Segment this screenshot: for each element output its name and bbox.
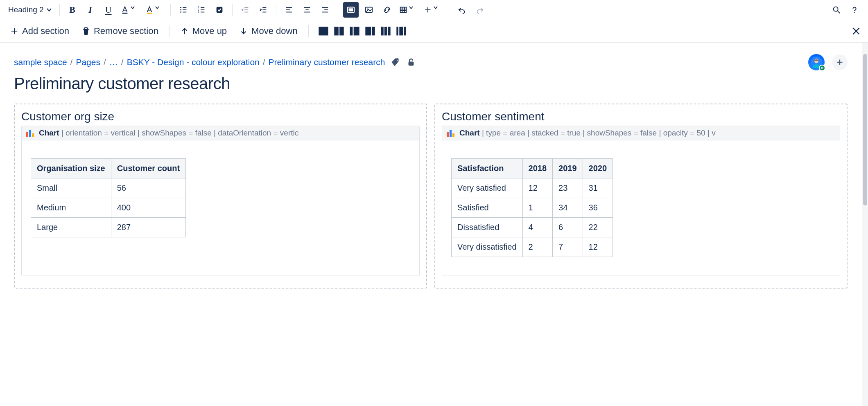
- separator: [170, 4, 171, 16]
- insert-more-button[interactable]: [422, 4, 444, 16]
- link-button[interactable]: [379, 2, 395, 18]
- header-right: R: [808, 54, 848, 70]
- breadcrumb: sample space / Pages / … / BSKY - Design…: [14, 57, 416, 67]
- table-header[interactable]: 2020: [583, 159, 613, 178]
- table-row[interactable]: Dissatisfied4622: [452, 218, 613, 237]
- text-style-dropdown[interactable]: Heading 2: [6, 4, 54, 16]
- table-button[interactable]: [397, 4, 419, 16]
- svg-rect-53: [365, 27, 371, 35]
- align-left-button[interactable]: [281, 2, 297, 18]
- find-button[interactable]: [829, 2, 844, 18]
- svg-rect-70: [29, 130, 31, 137]
- table-header[interactable]: 2018: [522, 159, 553, 178]
- panel-org-size[interactable]: Customer org size Chart | orientation = …: [14, 104, 427, 289]
- sentiment-table[interactable]: Satisfaction 2018 2019 2020 Very satisfi…: [451, 158, 613, 257]
- org-size-table[interactable]: Organisation size Customer count Small56…: [31, 158, 186, 237]
- italic-button[interactable]: I: [83, 2, 98, 18]
- chart-macro-header[interactable]: Chart | orientation = vertical | showSha…: [21, 126, 420, 140]
- panel-sentiment[interactable]: Customer sentiment Chart | type = area |…: [434, 104, 848, 289]
- section-columns: Customer org size Chart | orientation = …: [0, 104, 861, 305]
- layout-2col-left-button[interactable]: [349, 26, 360, 36]
- layout-3col-sidebars-button[interactable]: [396, 26, 407, 36]
- svg-rect-73: [450, 130, 452, 137]
- svg-rect-69: [26, 132, 28, 137]
- separator: [232, 4, 233, 16]
- outdent-button[interactable]: [237, 2, 253, 18]
- svg-rect-50: [339, 27, 344, 35]
- arrow-down-icon: [239, 27, 248, 36]
- svg-rect-48: [319, 27, 328, 35]
- svg-rect-64: [409, 62, 414, 65]
- close-icon: [851, 26, 861, 36]
- underline-button[interactable]: U: [101, 2, 116, 18]
- chart-macro-header[interactable]: Chart | type = area | stacked = true | s…: [442, 126, 840, 140]
- table-row[interactable]: Large287: [31, 218, 186, 237]
- svg-rect-59: [399, 27, 403, 35]
- task-list-button[interactable]: [212, 2, 227, 18]
- breadcrumb-link[interactable]: sample space: [14, 57, 67, 67]
- redo-button[interactable]: [472, 2, 488, 18]
- user-avatar[interactable]: R: [808, 54, 825, 70]
- help-button[interactable]: [847, 2, 862, 18]
- undo-button[interactable]: [454, 2, 470, 18]
- bullet-list-button[interactable]: [176, 2, 191, 18]
- remove-section-label: Remove section: [94, 26, 158, 36]
- arrow-up-icon: [180, 27, 189, 36]
- plus-icon: [10, 27, 19, 36]
- layout-1col-button[interactable]: [318, 26, 329, 36]
- indent-button[interactable]: [255, 2, 271, 18]
- add-collaborator-button[interactable]: [832, 54, 848, 70]
- table-header[interactable]: Organisation size: [31, 159, 111, 178]
- table-header[interactable]: Satisfaction: [452, 159, 523, 178]
- chevron-down-icon: [409, 5, 418, 14]
- svg-rect-72: [447, 132, 449, 137]
- layout-2col-button[interactable]: [333, 26, 345, 36]
- align-right-button[interactable]: [317, 2, 333, 18]
- chart-icon: [446, 129, 455, 137]
- separator: [449, 4, 449, 16]
- macro-body[interactable]: Satisfaction 2018 2019 2020 Very satisfi…: [442, 140, 840, 275]
- move-down-label: Move down: [251, 26, 298, 36]
- page-title[interactable]: Preliminary customer research: [0, 70, 861, 104]
- scrollbar-thumb[interactable]: [863, 54, 867, 205]
- table-row[interactable]: Small56: [31, 178, 186, 198]
- chevron-down-icon: [433, 5, 442, 14]
- text-color-button[interactable]: [119, 4, 141, 16]
- remove-section-button[interactable]: Remove section: [77, 23, 163, 39]
- table-row[interactable]: Very dissatisfied2712: [452, 237, 613, 257]
- breadcrumb-current[interactable]: Preliminary customer research: [269, 57, 385, 67]
- panel-heading[interactable]: Customer sentiment: [442, 110, 840, 123]
- close-layout-button[interactable]: [850, 25, 862, 37]
- breadcrumb-link[interactable]: …: [109, 57, 118, 67]
- section-toolbar: Add section Remove section Move up Move …: [0, 20, 868, 43]
- table-header[interactable]: 2019: [553, 159, 583, 178]
- restrictions-icon[interactable]: [406, 57, 416, 67]
- macro-params: Chart | orientation = vertical | showSha…: [39, 129, 298, 138]
- image-button[interactable]: [361, 2, 377, 18]
- scrollbar[interactable]: [862, 43, 868, 406]
- table-row[interactable]: Medium400: [31, 198, 186, 218]
- add-section-button[interactable]: Add section: [6, 23, 73, 39]
- breadcrumb-link[interactable]: Pages: [76, 57, 100, 67]
- numbered-list-button[interactable]: 123: [194, 2, 209, 18]
- breadcrumb-link[interactable]: BSKY - Design - colour exploration: [127, 57, 260, 67]
- bold-button[interactable]: B: [65, 2, 80, 18]
- macro-body[interactable]: Organisation size Customer count Small56…: [21, 140, 420, 275]
- move-down-button[interactable]: Move down: [235, 23, 302, 39]
- table-row[interactable]: Satisfied13436: [452, 198, 613, 218]
- svg-rect-56: [384, 27, 387, 35]
- page-layout-button[interactable]: [343, 2, 359, 18]
- editor-canvas[interactable]: sample space / Pages / … / BSKY - Design…: [0, 43, 861, 406]
- labels-icon[interactable]: [391, 57, 400, 67]
- table-row[interactable]: Very satisfied122331: [452, 178, 613, 198]
- highlight-color-button[interactable]: [143, 4, 165, 16]
- layout-3col-button[interactable]: [380, 26, 391, 36]
- breadcrumb-separator: /: [263, 57, 265, 67]
- table-header[interactable]: Customer count: [111, 159, 185, 178]
- svg-rect-34: [400, 7, 406, 12]
- layout-2col-right-button[interactable]: [364, 26, 376, 36]
- move-up-button[interactable]: Move up: [176, 23, 231, 39]
- svg-rect-57: [388, 27, 390, 35]
- align-center-button[interactable]: [299, 2, 315, 18]
- panel-heading[interactable]: Customer org size: [21, 110, 420, 123]
